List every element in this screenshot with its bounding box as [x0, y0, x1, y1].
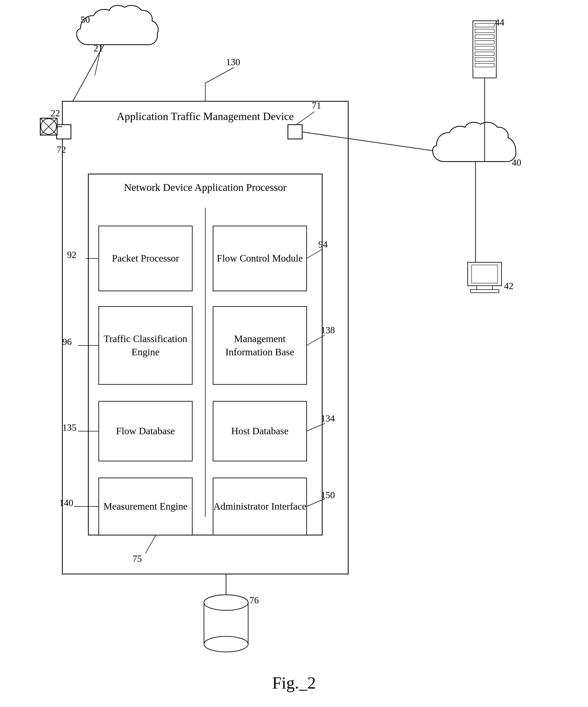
label-50: 50: [80, 14, 90, 25]
svg-line-19: [41, 120, 56, 134]
label-140: 140: [59, 497, 73, 508]
svg-line-57: [145, 535, 156, 553]
svg-rect-33: [471, 265, 498, 283]
label-75: 75: [132, 553, 142, 564]
label-135: 135: [62, 422, 76, 433]
svg-point-55: [204, 595, 248, 610]
svg-rect-13: [288, 125, 302, 139]
svg-rect-25: [475, 35, 494, 38]
svg-line-43: [306, 249, 322, 259]
label-72: 72: [57, 144, 66, 155]
figure-caption: Fig._2: [272, 673, 316, 693]
svg-line-40: [205, 68, 234, 83]
label-96: 96: [62, 336, 72, 347]
svg-rect-51: [204, 603, 248, 644]
svg-rect-28: [475, 52, 494, 56]
label-22: 22: [51, 108, 60, 119]
svg-rect-29: [475, 58, 494, 61]
measurement-engine-label: Measurement Engine: [99, 478, 192, 535]
label-150: 150: [321, 490, 335, 501]
svg-rect-35: [470, 290, 499, 293]
label-130: 130: [226, 57, 240, 68]
svg-rect-14: [40, 118, 57, 135]
label-44: 44: [495, 17, 504, 28]
svg-point-17: [41, 119, 56, 134]
label-40: 40: [512, 157, 521, 168]
diagram: 50 21 22 130 44 71 40 42 72 92 94 96 138…: [0, 0, 588, 707]
label-134: 134: [321, 413, 335, 424]
atm-device-label: Application Traffic Management Device: [62, 109, 348, 124]
ndap-label: Network Device Application Processor: [88, 180, 322, 195]
svg-rect-24: [475, 29, 494, 33]
label-94: 94: [318, 239, 328, 250]
label-21: 21: [94, 43, 103, 54]
label-92: 92: [67, 249, 76, 260]
svg-line-15: [40, 118, 57, 135]
svg-rect-26: [475, 40, 494, 44]
packet-processor-label: Packet Processor: [99, 226, 192, 291]
svg-line-18: [41, 120, 56, 134]
flow-control-module-label: Flow Control Module: [213, 226, 306, 291]
svg-point-50: [204, 595, 248, 610]
host-database-label: Host Database: [213, 401, 306, 461]
flow-database-label: Flow Database: [99, 401, 192, 461]
svg-rect-12: [57, 125, 71, 139]
svg-rect-30: [475, 63, 494, 67]
svg-line-36: [302, 132, 433, 150]
cloud-40-icon: [433, 122, 516, 162]
label-138: 138: [321, 325, 335, 336]
label-76: 76: [250, 595, 259, 606]
svg-rect-27: [475, 46, 494, 50]
svg-line-47: [306, 424, 325, 431]
svg-rect-32: [468, 262, 501, 286]
svg-line-45: [306, 335, 325, 345]
svg-rect-22: [473, 21, 496, 78]
traffic-classification-engine-label: Traffic Classification Engine: [99, 306, 192, 384]
svg-rect-34: [477, 286, 492, 290]
svg-line-16: [40, 118, 57, 135]
svg-rect-23: [475, 23, 494, 27]
administrator-interface-label: Administrator Interface: [213, 478, 306, 535]
management-information-base-label: Management Information Base: [213, 306, 306, 384]
label-42: 42: [504, 280, 514, 292]
svg-point-54: [204, 636, 248, 652]
